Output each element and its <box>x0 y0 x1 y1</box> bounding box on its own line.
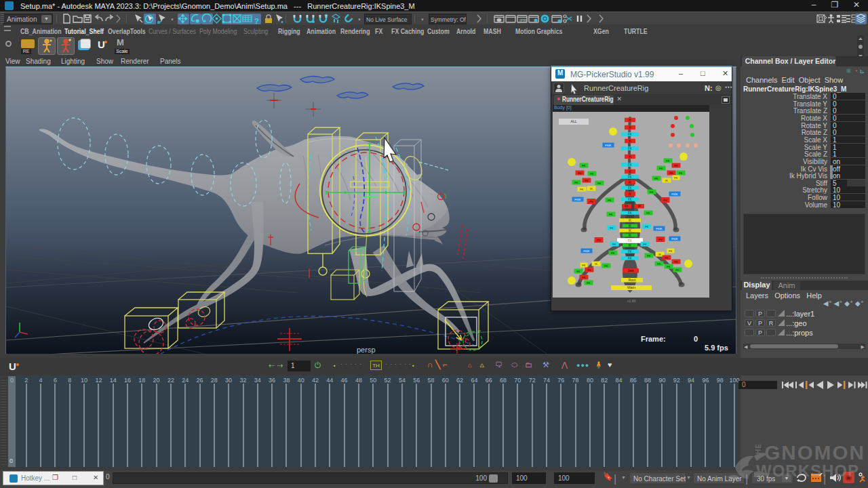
svg-text:FK: FK <box>659 167 663 170</box>
svg-text:FK: FK <box>587 281 591 285</box>
svg-text:FK: FK <box>597 182 601 185</box>
svg-text:FK: FK <box>647 254 651 258</box>
svg-text:FK: FK <box>650 190 654 194</box>
svg-text:FK: FK <box>612 243 616 246</box>
svg-text:FK: FK <box>628 133 632 136</box>
svg-text:Main: Main <box>627 285 635 289</box>
svg-text:IPR: IPR <box>519 18 527 22</box>
svg-text:FK: FK <box>679 171 683 175</box>
svg-text:IK: IK <box>629 229 631 232</box>
svg-text:PV: PV <box>597 239 601 242</box>
svg-text:FK: FK <box>582 164 586 167</box>
svg-text:FK: FK <box>669 249 673 253</box>
svg-text:FK: FK <box>628 239 633 243</box>
svg-text:FKIK: FKIK <box>656 227 663 230</box>
svg-text:PV: PV <box>589 200 593 203</box>
svg-text:FK: FK <box>587 268 591 272</box>
svg-text:FK: FK <box>674 164 678 167</box>
svg-text:IK: IK <box>629 170 631 174</box>
svg-text:FKIK: FKIK <box>605 144 612 147</box>
svg-text:IK: IK <box>665 179 668 182</box>
svg-text:Jaw: Jaw <box>628 268 634 272</box>
svg-text:IK: IK <box>629 140 631 143</box>
svg-text:PV: PV <box>663 199 667 202</box>
svg-text:IK: IK <box>590 187 593 190</box>
svg-text:FK: FK <box>657 262 661 266</box>
svg-text:FK: FK <box>576 270 580 273</box>
svg-text:FK: FK <box>611 251 615 255</box>
svg-text:FK: FK <box>646 211 650 215</box>
svg-text:FK: FK <box>654 177 658 180</box>
svg-text:FK: FK <box>674 260 678 264</box>
svg-text:IK: IK <box>629 219 631 222</box>
svg-text:IK: IK <box>629 126 631 129</box>
svg-text:FK: FK <box>582 264 586 267</box>
svg-text:IK: IK <box>629 244 631 247</box>
svg-text:FK: FK <box>675 268 679 272</box>
svg-text:FK: FK <box>628 250 632 253</box>
svg-text:FK: FK <box>645 225 649 228</box>
svg-text:FK: FK <box>608 199 612 202</box>
svg-text:IK: IK <box>629 119 631 122</box>
svg-text:PV: PV <box>658 238 663 241</box>
svg-text:FKIK: FKIK <box>574 198 581 201</box>
svg-text:FK: FK <box>590 172 594 176</box>
svg-text:FK: FK <box>609 213 613 216</box>
svg-text:FK: FK <box>669 171 673 175</box>
svg-text:IK: IK <box>629 192 631 196</box>
svg-text:IK: IK <box>629 155 631 159</box>
svg-text:WORKSHOP: WORKSHOP <box>756 462 859 480</box>
svg-text:FK: FK <box>628 176 632 179</box>
svg-text:FK: FK <box>665 256 669 260</box>
svg-text:FK: FK <box>582 276 586 279</box>
svg-text:FK: FK <box>628 257 632 260</box>
svg-text:FK: FK <box>625 205 629 208</box>
svg-text:FK: FK <box>610 226 614 230</box>
svg-text:IK: IK <box>629 224 631 228</box>
svg-text:IK: IK <box>629 234 631 237</box>
svg-text:FK: FK <box>628 147 632 150</box>
svg-text:FK: FK <box>628 198 632 201</box>
svg-text:IK: IK <box>658 253 661 256</box>
svg-text:FK: FK <box>674 176 678 180</box>
svg-text:ALL: ALL <box>571 119 577 123</box>
svg-text:FK: FK <box>643 243 647 246</box>
svg-text:GNOMON: GNOMON <box>764 441 865 464</box>
svg-text:FK: FK <box>574 181 578 184</box>
svg-text:FKIK: FKIK <box>671 192 678 196</box>
svg-text:IK: IK <box>595 262 597 266</box>
svg-text:FK: FK <box>578 171 582 175</box>
svg-text:FK: FK <box>628 163 632 167</box>
svg-text:FKIK: FKIK <box>583 249 590 253</box>
svg-text:FK: FK <box>604 264 608 268</box>
svg-text:IK: IK <box>629 181 631 184</box>
svg-text:FK: FK <box>628 186 632 190</box>
svg-text:FKIK: FKIK <box>671 237 678 241</box>
svg-text:FK: FK <box>580 188 584 191</box>
svg-text:Root: Root <box>629 278 636 282</box>
svg-text:FK: FK <box>666 159 670 163</box>
svg-text:FK: FK <box>585 179 589 182</box>
svg-text:FK: FK <box>628 211 632 215</box>
svg-text:FK: FK <box>667 265 671 268</box>
svg-text:IK: IK <box>638 205 641 208</box>
